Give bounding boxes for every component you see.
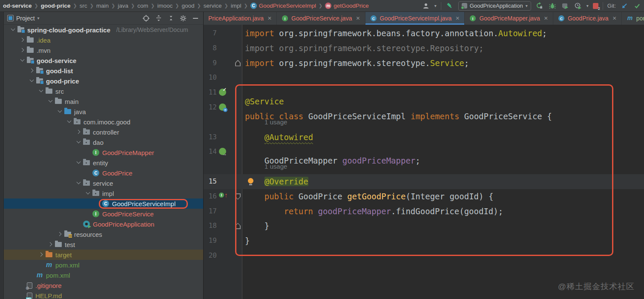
breadcrumb-item[interactable]: imooc: [156, 3, 174, 9]
breadcrumb-item[interactable]: main: [95, 3, 110, 9]
hide-panel-icon[interactable]: [191, 14, 200, 23]
chevron-down-icon[interactable]: ▾: [586, 3, 589, 8]
code-editor[interactable]: 7import org.springframework.beans.factor…: [204, 25, 644, 299]
line-number[interactable]: 13: [204, 130, 217, 145]
code-line-12[interactable]: 12public class GoodPriceServiceImpl impl…: [204, 100, 644, 115]
coverage-icon[interactable]: [561, 2, 569, 10]
tree-item-pom.xml[interactable]: mpom.xml: [4, 270, 203, 280]
line-number[interactable]: 16: [204, 189, 217, 204]
usage-inlay-hint[interactable]: 1 usage: [245, 115, 644, 130]
run-config-combo[interactable]: GoodPriceApplication ▾: [458, 1, 531, 11]
intention-bulb-icon[interactable]: [248, 178, 253, 184]
line-number[interactable]: 7: [204, 26, 217, 41]
line-number[interactable]: 20: [204, 248, 217, 263]
rerun-icon[interactable]: [535, 2, 544, 10]
breadcrumb-item[interactable]: good-price: [40, 3, 72, 9]
close-icon[interactable]: ✕: [267, 15, 272, 21]
line-number[interactable]: 12: [204, 100, 217, 115]
tree-chevron-icon[interactable]: [75, 159, 82, 166]
tree-item-java[interactable]: java: [4, 106, 203, 117]
tree-chevron-icon[interactable]: [38, 88, 45, 95]
chevron-down-icon[interactable]: ▾: [434, 3, 437, 8]
tree-chevron-icon[interactable]: [29, 67, 35, 74]
problems-badge-icon[interactable]: 2: [593, 3, 598, 9]
spring-bean-endpoint-icon[interactable]: [219, 104, 226, 111]
line-number[interactable]: 9: [204, 56, 217, 71]
code-line-9[interactable]: 9import org.springframework.stereotype.S…: [204, 56, 644, 71]
tree-item-HELP.md[interactable]: HELP.md: [4, 290, 203, 299]
tree-chevron-icon[interactable]: [19, 57, 26, 64]
breadcrumb-item[interactable]: service: [202, 3, 223, 9]
code-line-11[interactable]: 11@Service: [204, 85, 644, 100]
code-line-20[interactable]: 20: [204, 248, 644, 263]
tree-item-GoodPriceMapper[interactable]: IGoodPriceMapper: [4, 147, 203, 158]
line-number[interactable]: 15: [204, 174, 217, 189]
code-line-17[interactable]: 17return goodPriceMapper.findGoodPrice(g…: [204, 204, 644, 219]
debug-icon[interactable]: [548, 2, 557, 10]
tree-item-entity[interactable]: entity: [4, 158, 203, 168]
tree-chevron-icon[interactable]: [10, 26, 17, 33]
tree-item-GoodPrice[interactable]: CGoodPrice: [4, 168, 203, 178]
tree-chevron-icon[interactable]: [75, 139, 82, 146]
line-number[interactable]: 14: [204, 144, 217, 159]
tree-item-spring-cloud-good-practice[interactable]: spring-cloud-good-practice/Library/WebSe…: [4, 25, 203, 35]
breadcrumb-item[interactable]: src: [78, 3, 89, 9]
close-icon[interactable]: ✕: [544, 15, 548, 21]
breadcrumb-item[interactable]: mgetGoodPrice: [324, 3, 370, 9]
spring-bean-icon[interactable]: [219, 89, 226, 96]
tree-chevron-icon[interactable]: [38, 251, 45, 258]
tree-item-GoodPriceApplication[interactable]: GoodPriceApplication: [4, 219, 203, 229]
breadcrumb-item[interactable]: com: [136, 3, 150, 9]
usage-inlay-hint[interactable]: 1 usage: [245, 159, 644, 174]
project-panel-title[interactable]: Project: [16, 15, 35, 22]
tree-item-.gitignore[interactable]: .gitignore: [4, 280, 203, 290]
code-line-14[interactable]: 14GoodPriceMapper goodPriceMapper;: [204, 144, 644, 159]
line-number[interactable]: 11: [204, 85, 217, 100]
breadcrumb-item[interactable]: good: [180, 3, 196, 9]
line-number[interactable]: 8: [204, 41, 217, 56]
chevron-down-icon[interactable]: ▾: [37, 16, 40, 20]
code-line-8[interactable]: 8import org.springframework.stereotype.R…: [204, 41, 644, 56]
tree-item-good-price[interactable]: good-price: [4, 76, 203, 86]
git-commit-icon[interactable]: [633, 2, 641, 10]
tree-chevron-icon[interactable]: [47, 241, 54, 248]
tree-item-GoodPriceService[interactable]: IGoodPriceService: [4, 209, 203, 219]
tree-item-.idea[interactable]: .idea: [4, 35, 203, 45]
fold-marker-icon[interactable]: [235, 223, 241, 229]
tree-item-com.imooc.good[interactable]: com.imooc.good: [4, 117, 203, 127]
breadcrumb-item[interactable]: CGoodPriceServiceImpl: [249, 3, 317, 9]
tree-chevron-icon[interactable]: [19, 47, 26, 54]
project-tree[interactable]: spring-cloud-good-practice/Library/WebSe…: [4, 25, 203, 299]
line-number[interactable]: 10: [204, 70, 217, 85]
tree-item-resources[interactable]: resources: [4, 229, 203, 239]
tree-item-pom.xml[interactable]: mpom.xml: [4, 260, 203, 270]
tree-chevron-icon[interactable]: [85, 190, 92, 197]
breadcrumb-item[interactable]: od-service: [2, 3, 33, 9]
user-icon[interactable]: [422, 2, 430, 10]
close-icon[interactable]: ✕: [612, 15, 617, 21]
git-update-icon[interactable]: [620, 2, 629, 10]
tree-chevron-icon[interactable]: [75, 129, 82, 135]
code-line-7[interactable]: 7import org.springframework.beans.factor…: [204, 26, 644, 41]
tree-item-service[interactable]: service: [4, 178, 203, 188]
tree-chevron-icon[interactable]: [19, 37, 26, 43]
tree-item-.mvn[interactable]: .mvn: [4, 45, 203, 55]
tree-item-target[interactable]: target: [4, 250, 203, 260]
tab-pom.xml[interactable]: mpom.xml (: [622, 12, 644, 25]
line-number[interactable]: 17: [204, 204, 217, 219]
close-icon[interactable]: ✕: [455, 15, 460, 21]
tab-PriceApplication.java[interactable]: PriceApplication.java✕: [204, 12, 277, 25]
tree-chevron-icon[interactable]: [66, 118, 73, 125]
profiler-icon[interactable]: [574, 2, 582, 10]
tree-item-controller[interactable]: controller: [4, 127, 203, 137]
tab-GoodPriceService.java[interactable]: IGoodPriceService.java✕: [277, 12, 365, 25]
tab-GoodPriceMapper.java[interactable]: IGoodPriceMapper.java✕: [465, 12, 553, 25]
code-line-13[interactable]: 13@Autowired: [204, 130, 644, 145]
settings-gear-icon[interactable]: [179, 14, 187, 23]
implements-method-icon[interactable]: I↑: [219, 193, 228, 198]
fold-marker-icon[interactable]: [235, 60, 241, 66]
code-line-15[interactable]: 15@Override: [204, 174, 644, 189]
tab-GoodPrice.java[interactable]: CGoodPrice.java✕: [553, 12, 622, 25]
line-number[interactable]: 18: [204, 218, 217, 233]
expand-all-icon[interactable]: [154, 14, 163, 23]
